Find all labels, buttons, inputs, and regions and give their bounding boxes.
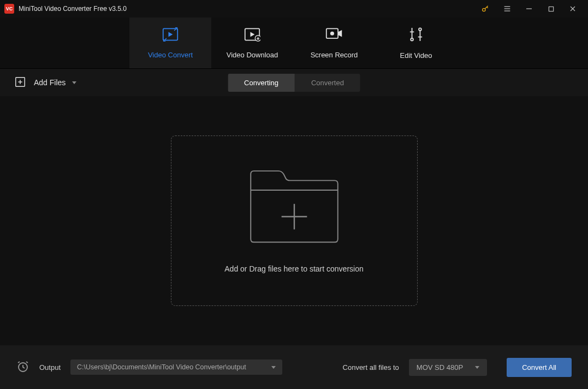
tab-video-convert[interactable]: Video Convert — [129, 17, 211, 68]
titlebar: VC MiniTool Video Converter Free v3.5.0 — [0, 0, 588, 17]
app-title: MiniTool Video Converter Free v3.5.0 — [19, 5, 127, 13]
output-label: Output — [39, 363, 61, 372]
maximize-button[interactable] — [540, 0, 562, 17]
upgrade-key-icon[interactable] — [474, 0, 496, 17]
add-files-button[interactable]: Add Files — [14, 76, 66, 90]
toolbar: Add Files Converting Converted — [0, 69, 588, 96]
hamburger-menu-icon[interactable] — [496, 0, 518, 17]
svg-marker-9 — [168, 32, 173, 37]
main-nav: Video Convert Video Download Screen Reco… — [0, 17, 588, 69]
status-segment: Converting Converted — [228, 74, 360, 92]
app-logo: VC — [4, 4, 14, 14]
main-area: Add or Drag files here to start conversi… — [0, 96, 588, 345]
add-files-icon — [14, 76, 26, 90]
svg-rect-5 — [549, 7, 553, 11]
chevron-down-icon — [271, 366, 276, 369]
tab-screen-record[interactable]: Screen Record — [293, 17, 375, 68]
svg-point-14 — [330, 31, 334, 35]
chevron-down-icon — [475, 366, 479, 369]
bottom-bar: Output C:\Users\bj\Documents\MiniTool Vi… — [0, 345, 588, 389]
output-format-value: MOV SD 480P — [417, 363, 463, 372]
add-files-dropdown[interactable] — [72, 81, 76, 84]
dropzone-text: Add or Drag files here to start conversi… — [224, 264, 363, 273]
minimize-button[interactable] — [518, 0, 540, 17]
tab-label: Edit Video — [400, 51, 432, 60]
edit-video-icon — [409, 27, 423, 44]
chevron-down-icon — [72, 81, 76, 84]
tab-video-download[interactable]: Video Download — [211, 17, 293, 68]
video-download-icon — [244, 27, 260, 43]
video-convert-icon — [162, 27, 179, 43]
tab-converting[interactable]: Converting — [228, 74, 295, 92]
screen-record-icon — [325, 27, 343, 43]
add-files-label: Add Files — [34, 78, 66, 87]
folder-add-icon — [246, 169, 342, 248]
tab-edit-video[interactable]: Edit Video — [375, 17, 457, 68]
tab-label: Video Download — [227, 51, 278, 59]
svg-point-16 — [419, 28, 421, 31]
tab-converted[interactable]: Converted — [295, 74, 360, 92]
file-dropzone[interactable]: Add or Drag files here to start conversi… — [171, 135, 418, 306]
schedule-icon[interactable] — [16, 360, 29, 375]
convert-all-button[interactable]: Convert All — [507, 358, 572, 377]
output-path-value: C:\Users\bj\Documents\MiniTool Video Con… — [77, 363, 246, 371]
close-button[interactable] — [562, 0, 584, 17]
svg-marker-11 — [250, 32, 254, 37]
tab-label: Video Convert — [148, 51, 193, 59]
tab-label: Screen Record — [311, 51, 358, 59]
output-format-select[interactable]: MOV SD 480P — [409, 359, 487, 376]
convert-all-files-label: Convert all files to — [343, 363, 399, 372]
output-path-select[interactable]: C:\Users\bj\Documents\MiniTool Video Con… — [70, 359, 282, 375]
svg-point-15 — [411, 38, 413, 40]
